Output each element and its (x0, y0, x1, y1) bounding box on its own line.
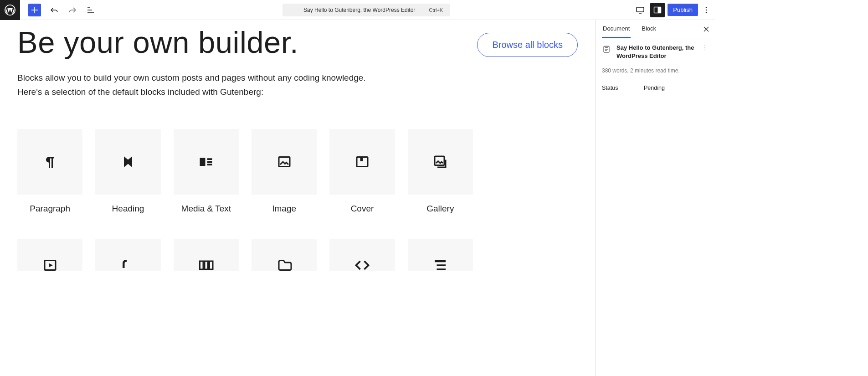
block-tile-media-text[interactable]: Media & Text (174, 129, 239, 214)
document-overview-button[interactable] (82, 1, 100, 19)
settings-sidebar-toggle[interactable] (650, 3, 665, 17)
svg-rect-7 (200, 158, 205, 166)
top-toolbar: Say Hello to Gutenberg, the WordPress Ed… (0, 0, 715, 20)
svg-point-6 (706, 12, 707, 13)
undo-button[interactable] (45, 1, 63, 19)
block-tile-icon-box (174, 129, 239, 195)
block-tile-icon-box (174, 239, 239, 271)
block-tile-image[interactable]: Image (252, 129, 317, 214)
document-actions-button[interactable] (701, 44, 709, 53)
block-tile-heading[interactable]: Heading (95, 129, 160, 214)
svg-rect-14 (205, 261, 208, 269)
block-grid-row2 (17, 239, 473, 271)
image-icon (276, 154, 293, 170)
block-tile-label: Cover (329, 204, 395, 214)
page-icon (602, 45, 611, 54)
close-icon (702, 25, 711, 34)
block-tile-code[interactable] (329, 239, 395, 271)
svg-rect-10 (360, 157, 363, 161)
code-icon (354, 257, 370, 271)
document-title: Say Hello to Gutenberg, the WordPress Ed… (616, 44, 695, 60)
block-tile-icon-box (329, 129, 395, 195)
svg-point-19 (704, 50, 705, 51)
columns-icon (198, 257, 214, 271)
plus-icon (29, 5, 40, 15)
block-tile-icon-box (408, 129, 473, 195)
block-tile-label: Heading (95, 204, 160, 214)
command-bar[interactable]: Say Hello to Gutenberg, the WordPress Ed… (282, 4, 450, 16)
status-row[interactable]: Status Pending (596, 81, 715, 95)
block-tile-icon-box (252, 239, 317, 271)
settings-sidebar: Document Block Say Hello to Gutenberg, t… (595, 20, 715, 376)
cover-icon (354, 154, 370, 170)
audio-icon (120, 257, 136, 271)
command-bar-title: Say Hello to Gutenberg, the WordPress Ed… (290, 7, 429, 13)
block-tile-label: Gallery (408, 204, 473, 214)
list-icon (85, 5, 96, 15)
block-tile-cover[interactable]: Cover (329, 129, 395, 214)
list-icon (432, 257, 448, 271)
page-heading[interactable]: Be your own builder. (17, 25, 298, 60)
status-label: Status (602, 85, 644, 91)
block-tile-audio[interactable] (95, 239, 160, 271)
block-tile-paragraph[interactable]: Paragraph (17, 129, 82, 214)
redo-button[interactable] (63, 1, 82, 19)
tab-block[interactable]: Block (641, 20, 657, 38)
block-tile-columns[interactable] (174, 239, 239, 271)
svg-rect-3 (658, 7, 661, 13)
sidebar-icon (652, 5, 663, 15)
block-tile-file[interactable] (252, 239, 317, 271)
block-tile-label: Image (252, 204, 317, 214)
block-tile-label: Media & Text (174, 204, 239, 214)
svg-rect-15 (210, 261, 213, 269)
browse-blocks-button[interactable]: Browse all blocks (477, 33, 578, 57)
block-tile-icon-box (17, 129, 82, 195)
svg-rect-8 (279, 157, 290, 166)
svg-rect-13 (200, 261, 204, 269)
desktop-icon (635, 5, 646, 15)
editor-canvas[interactable]: Be your own builder. Browse all blocks B… (0, 20, 595, 376)
svg-point-18 (704, 47, 705, 48)
add-block-button[interactable] (28, 4, 41, 16)
block-tile-icon-box (408, 239, 473, 271)
more-vertical-icon (701, 5, 711, 15)
gallery-icon (432, 154, 448, 170)
command-bar-shortcut: Ctrl+K (429, 7, 443, 13)
heading-icon (120, 154, 136, 170)
block-tile-label: Paragraph (17, 204, 82, 214)
block-tile-icon-box (329, 239, 395, 271)
tab-document[interactable]: Document (602, 20, 631, 38)
undo-icon (49, 5, 60, 15)
svg-rect-11 (435, 156, 444, 165)
more-vertical-icon (701, 44, 709, 52)
media-text-icon (198, 154, 214, 170)
block-tile-list[interactable] (408, 239, 473, 271)
intro-paragraph[interactable]: Blocks allow you to build your own custo… (17, 71, 578, 99)
wordpress-logo-button[interactable] (0, 0, 20, 20)
block-tile-gallery[interactable]: Gallery (408, 129, 473, 214)
block-tile-icon-box (252, 129, 317, 195)
redo-icon (67, 5, 78, 15)
svg-point-5 (706, 9, 707, 10)
block-tile-icon-box (17, 239, 82, 271)
view-button[interactable] (633, 3, 647, 17)
block-tile-video[interactable] (17, 239, 82, 271)
publish-button[interactable]: Publish (668, 4, 698, 16)
svg-point-17 (704, 46, 705, 46)
svg-rect-1 (637, 7, 644, 12)
block-tile-icon-box (95, 129, 160, 195)
file-icon (276, 257, 293, 271)
options-button[interactable] (701, 3, 712, 17)
svg-point-4 (706, 7, 707, 8)
block-grid: ParagraphHeadingMedia & TextImageCoverGa… (17, 129, 473, 214)
close-sidebar-button[interactable] (697, 20, 715, 38)
document-stats: 380 words, 2 minutes read time. (596, 66, 715, 81)
status-value: Pending (644, 85, 665, 91)
block-tile-icon-box (95, 239, 160, 271)
paragraph-icon (42, 154, 58, 170)
wordpress-icon (4, 4, 16, 16)
video-icon (42, 257, 58, 271)
